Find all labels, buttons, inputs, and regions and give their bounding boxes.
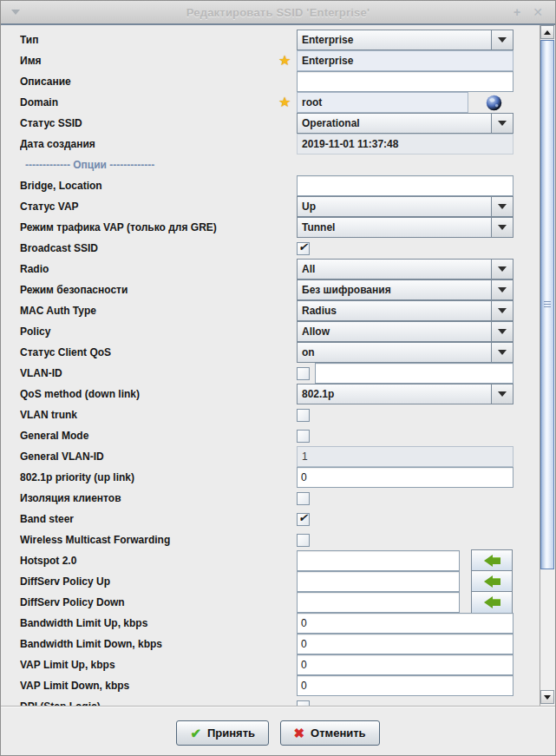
titlebar[interactable]: Редактировать SSID 'Enterprise' + ✕: [1, 1, 555, 23]
accept-check-icon: ✔: [190, 726, 201, 740]
accept-button[interactable]: ✔ Принять: [176, 720, 269, 746]
diffserv-policy-down-input[interactable]: [297, 592, 460, 613]
mac-auth-type-control: Radius: [297, 300, 513, 321]
required-star-icon: ★: [278, 95, 297, 109]
policy-dropdown-button[interactable]: [491, 322, 513, 341]
radio-select[interactable]: All: [297, 259, 513, 279]
form-row-vlan-trunk: VLAN trunk: [1, 404, 538, 425]
form-row-diffserv-policy-down: DiffServ Policy Down: [1, 592, 538, 613]
ssid-status-value: Operational: [298, 117, 491, 129]
form-row-domain: Domain★root: [1, 92, 538, 113]
creation-date-value: 2019-11-01 11:37:48: [302, 138, 398, 150]
qos-method-downlink-select[interactable]: 802.1p: [297, 384, 513, 404]
diffserv-policy-up-control: [297, 570, 513, 593]
general-mode-label: General Mode: [20, 430, 297, 442]
bandwidth-limit-down-input[interactable]: [297, 634, 513, 654]
vap-status-value: Up: [298, 201, 491, 213]
security-mode-control: Без шифрования: [297, 279, 513, 300]
priority-8021p-uplink-input[interactable]: [297, 467, 513, 488]
mac-auth-type-select[interactable]: Radius: [297, 300, 513, 321]
type-control: Enterprise: [297, 30, 513, 50]
form-row-general-mode: General Mode: [1, 425, 538, 446]
footer-bar: ✔ Принять ✖ Отменить: [1, 706, 555, 755]
type-select[interactable]: Enterprise: [297, 30, 513, 50]
client-isolation-checkbox[interactable]: [297, 492, 310, 505]
general-vlan-id-control: 1: [297, 446, 513, 467]
cancel-button[interactable]: ✖ Отменить: [280, 720, 380, 746]
hotspot-20-input[interactable]: [297, 550, 460, 571]
broadcast-ssid-checkbox[interactable]: ✔: [297, 242, 310, 255]
vlan-trunk-checkbox[interactable]: [297, 409, 310, 422]
radio-dropdown-button[interactable]: [491, 260, 513, 279]
vap-traffic-mode-select[interactable]: Tunnel: [297, 217, 513, 238]
name-field[interactable]: Enterprise: [297, 50, 513, 71]
bandwidth-limit-up-input[interactable]: [297, 613, 513, 634]
general-vlan-id-label: General VLAN-ID: [20, 450, 297, 463]
scroll-up-button[interactable]: [540, 25, 554, 39]
vlan-id-checkbox[interactable]: [297, 367, 310, 380]
vap-status-label: Статус VAP: [20, 201, 297, 213]
form-row-bridge-location: Bridge, Location: [1, 175, 538, 196]
radio-control: All: [297, 259, 513, 279]
arrow-left-shaft: [493, 557, 500, 564]
scrollbar-thumb[interactable]: [540, 40, 554, 569]
vap-traffic-mode-control: Tunnel: [297, 217, 513, 238]
description-input[interactable]: [297, 71, 513, 92]
vertical-scrollbar[interactable]: [540, 25, 554, 706]
form-row-diffserv-policy-up: DiffServ Policy Up: [1, 571, 538, 592]
chevron-down-icon: [498, 287, 507, 293]
globe-icon[interactable]: [485, 94, 502, 111]
vap-limit-down-input[interactable]: [297, 675, 513, 696]
policy-value: Allow: [298, 325, 491, 338]
bridge-location-input[interactable]: [297, 175, 513, 196]
policy-select[interactable]: Allow: [297, 321, 513, 342]
scrollbar-grip-icon: [544, 301, 551, 309]
client-qos-status-label: Статус Client QoS: [20, 346, 297, 358]
vap-limit-up-control: [297, 654, 513, 675]
checkmark-icon: ✔: [298, 240, 308, 253]
policy-label: Policy: [20, 325, 297, 338]
form-rows: ТипEnterpriseИмя★EnterpriseОписаниеDomai…: [1, 25, 538, 706]
type-dropdown-button[interactable]: [491, 30, 513, 49]
diffserv-policy-up-arrow-button[interactable]: [471, 570, 513, 593]
vap-status-select[interactable]: Up: [297, 196, 513, 217]
policy-control: Allow: [297, 321, 513, 342]
mac-auth-type-dropdown-button[interactable]: [491, 301, 513, 320]
qos-method-downlink-dropdown-button[interactable]: [491, 385, 513, 404]
cancel-button-label: Отменить: [311, 726, 366, 740]
dpi-step-logic-control: [297, 700, 310, 707]
diffserv-policy-down-arrow-button[interactable]: [471, 591, 513, 614]
band-steer-checkbox[interactable]: ✔: [297, 513, 310, 526]
vap-traffic-mode-dropdown-button[interactable]: [491, 218, 513, 237]
client-isolation-control: [297, 492, 310, 505]
wireless-multicast-forwarding-checkbox[interactable]: [297, 534, 310, 547]
client-qos-status-select[interactable]: on: [297, 342, 513, 363]
vap-limit-up-input[interactable]: [297, 654, 513, 675]
scroll-down-button[interactable]: [540, 690, 554, 704]
diffserv-policy-up-input[interactable]: [297, 571, 460, 592]
form-row-type: ТипEnterprise: [1, 30, 538, 50]
security-mode-select[interactable]: Без шифрования: [297, 279, 513, 300]
triangle-down-icon: [544, 695, 551, 700]
dpi-step-logic-checkbox[interactable]: [297, 700, 310, 707]
maximize-icon[interactable]: +: [513, 6, 520, 18]
general-mode-checkbox[interactable]: [297, 430, 310, 443]
priority-8021p-uplink-label: 802.1p priority (up link): [20, 471, 297, 483]
client-qos-status-dropdown-button[interactable]: [491, 343, 513, 362]
ssid-status-select[interactable]: Operational: [297, 113, 513, 134]
security-mode-dropdown-button[interactable]: [491, 280, 513, 299]
creation-date-control: 2019-11-01 11:37:48: [297, 134, 513, 154]
vlan-id-input[interactable]: [315, 363, 513, 384]
chevron-down-icon: [498, 204, 507, 209]
hotspot-20-control: [297, 549, 513, 572]
close-icon[interactable]: ✕: [533, 6, 543, 18]
ssid-status-dropdown-button[interactable]: [491, 114, 513, 133]
vap-status-dropdown-button[interactable]: [491, 197, 513, 216]
creation-date-field: 2019-11-01 11:37:48: [297, 134, 513, 154]
domain-control: ★root: [297, 92, 502, 113]
hotspot-20-arrow-button[interactable]: [471, 549, 513, 572]
chevron-down-icon: [498, 225, 507, 230]
type-value: Enterprise: [298, 34, 491, 46]
client-isolation-label: Изоляция клиентов: [20, 492, 297, 504]
domain-field[interactable]: root: [297, 92, 468, 113]
